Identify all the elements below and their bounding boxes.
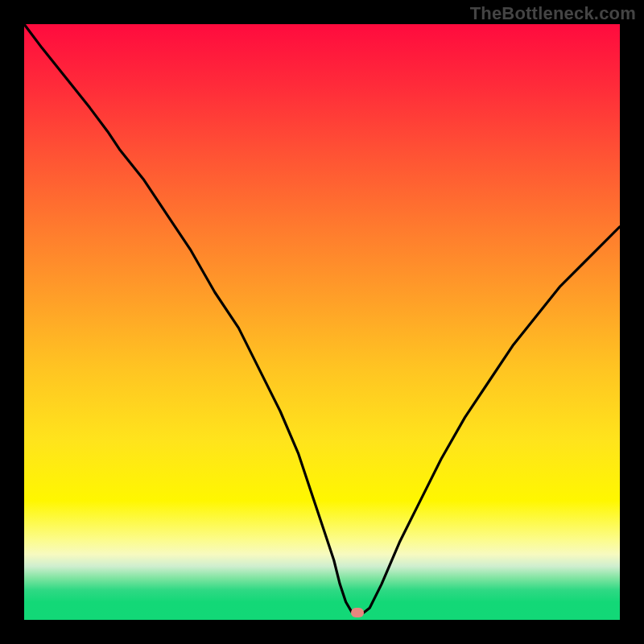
- bottleneck-curve-path: [24, 24, 620, 613]
- chart-frame: TheBottleneck.com: [0, 0, 644, 644]
- bottleneck-curve-svg: [24, 24, 620, 620]
- plot-area: [24, 24, 620, 620]
- optimal-marker: [351, 608, 364, 617]
- watermark-text: TheBottleneck.com: [470, 3, 636, 24]
